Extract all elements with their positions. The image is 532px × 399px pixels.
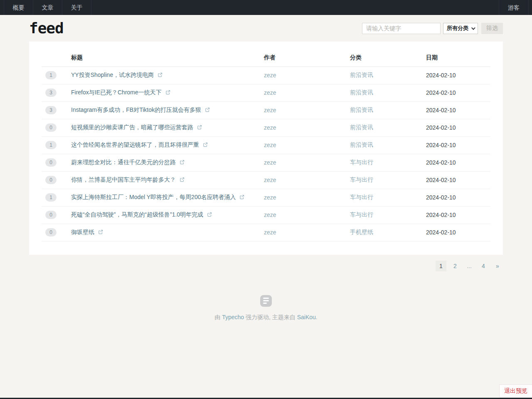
header-date: 日期 [426, 49, 490, 66]
post-date: 2024-02-10 [426, 194, 456, 201]
author-link[interactable]: zeze [264, 212, 276, 218]
header-comments [42, 49, 71, 66]
author-link[interactable]: zeze [264, 159, 276, 166]
page-footer: 由 Typecho 强力驱动, 主题来自 SaiKou. [0, 295, 532, 321]
table-row: 0 短视频里的沙雕卖课广告，暗藏了哪些运营套路 zeze 前沿资讯 2024-0… [42, 119, 490, 136]
header-author: 作者 [264, 49, 350, 66]
category-link[interactable]: 手机壁纸 [350, 229, 373, 235]
header-category: 分类 [350, 49, 426, 66]
category-link[interactable]: 车与出行 [350, 211, 373, 218]
category-link[interactable]: 前沿资讯 [350, 71, 373, 78]
pagination-item: ... [464, 261, 475, 271]
post-date: 2024-02-10 [426, 124, 456, 131]
search-input[interactable] [362, 23, 441, 34]
posts-panel: 标题 作者 分类 日期 1 YY投资Shopline，试水跨境电商 zeze 前… [29, 42, 503, 255]
table-row: 0 死磕“全自动驾驶”，马斯克的“超级怪兽”1.0明年完成 zeze 车与出行 … [42, 206, 490, 224]
table-row: 0 蔚来理想全对比：通往千亿美元的分岔路 zeze 车与出行 2024-02-1… [42, 154, 490, 171]
category-link[interactable]: 前沿资讯 [350, 141, 373, 148]
pagination-item[interactable]: » [492, 261, 503, 271]
author-link[interactable]: zeze [264, 107, 276, 113]
post-title-link[interactable]: 这个曾经闻名世界的望远镜坏了，而且坏得很严重 [71, 141, 199, 148]
author-link[interactable]: zeze [264, 72, 276, 79]
comment-count-badge: 0 [45, 211, 57, 219]
footer-credit: 由 Typecho 强力驱动, 主题来自 SaiKou. [0, 314, 532, 321]
post-title-link[interactable]: 御坂壁纸 [71, 229, 94, 235]
post-date: 2024-02-10 [426, 212, 456, 218]
category-link[interactable]: 车与出行 [350, 194, 373, 200]
comment-count-badge: 0 [45, 176, 57, 184]
filter-button[interactable]: 筛选 [481, 23, 503, 34]
author-link[interactable]: zeze [264, 124, 276, 131]
footer-text-prefix: 由 [214, 314, 222, 320]
comment-count-badge: 0 [45, 228, 57, 236]
post-title-link[interactable]: 你猜，兰博基尼中国车主平均年龄多大？ [71, 176, 176, 183]
post-title-link[interactable]: YY投资Shopline，试水跨境电商 [71, 71, 154, 78]
author-link[interactable]: zeze [264, 142, 276, 148]
category-select[interactable]: 所有分类 [443, 23, 478, 34]
author-link[interactable]: zeze [264, 177, 276, 183]
external-link-icon [98, 229, 103, 234]
nav-item[interactable]: 关于 [62, 0, 91, 15]
category-link[interactable]: 车与出行 [350, 159, 373, 165]
comment-count-badge: 3 [45, 106, 57, 114]
pagination-item[interactable]: 2 [450, 261, 461, 271]
post-date: 2024-02-10 [426, 159, 456, 166]
post-title-link[interactable]: 蔚来理想全对比：通往千亿美元的分岔路 [71, 159, 176, 165]
header-title: 标题 [71, 49, 264, 66]
exit-preview-button[interactable]: 退出预览 [499, 384, 532, 398]
typecho-link[interactable]: Typecho [222, 314, 244, 320]
author-link[interactable]: zeze [264, 89, 276, 96]
comment-count-badge: 0 [45, 123, 57, 132]
category-link[interactable]: 前沿资讯 [350, 124, 373, 131]
external-link-icon [165, 90, 170, 95]
posts-table: 标题 作者 分类 日期 1 YY投资Shopline，试水跨境电商 zeze 前… [42, 49, 490, 241]
table-row: 1 这个曾经闻名世界的望远镜坏了，而且坏得很严重 zeze 前沿资讯 2024-… [42, 136, 490, 154]
comment-count-badge: 1 [45, 71, 57, 79]
table-row: 0 御坂壁纸 zeze 手机壁纸 2024-02-10 [42, 224, 490, 241]
external-link-icon [158, 72, 163, 77]
category-link[interactable]: 前沿资讯 [350, 89, 373, 96]
post-title-link[interactable]: 死磕“全自动驾驶”，马斯克的“超级怪兽”1.0明年完成 [71, 211, 203, 218]
post-title-link[interactable]: 短视频里的沙雕卖课广告，暗藏了哪些运营套路 [71, 124, 193, 131]
table-row: 3 Instagram有多成功，FB对Tiktok的打压就会有多狠 zeze 前… [42, 101, 490, 119]
saikou-link[interactable]: SaiKou [297, 314, 316, 320]
nav-item[interactable]: 概要 [4, 0, 33, 15]
author-link[interactable]: zeze [264, 229, 276, 236]
filter-controls: 所有分类 筛选 [362, 23, 503, 34]
post-date: 2024-02-10 [426, 177, 456, 183]
footer-text-mid: 强力驱动, 主题来自 [244, 314, 297, 320]
category-link[interactable]: 车与出行 [350, 176, 373, 183]
post-date: 2024-02-10 [426, 229, 456, 236]
typecho-logo-icon [260, 295, 272, 307]
category-link[interactable]: 前沿资讯 [350, 106, 373, 113]
site-logo[interactable]: feed [29, 21, 64, 36]
external-link-icon [180, 160, 185, 165]
site-header: feed 所有分类 筛选 [29, 15, 503, 42]
nav-user-area: 游客 [499, 0, 529, 15]
chevron-down-icon [471, 26, 475, 30]
external-link-icon [207, 212, 212, 217]
post-date: 2024-02-10 [426, 72, 456, 79]
post-title-link[interactable]: Firefox与IE已死？Chrome一统天下 [71, 89, 162, 96]
pagination: 1 2 ... 4 » [29, 261, 503, 271]
pagination-item[interactable]: 4 [478, 261, 489, 271]
table-row: 1 实探上海特斯拉工厂：Model Y即将投产，每周200名应聘者涌入 zeze… [42, 189, 490, 206]
nav-item[interactable]: 文章 [33, 0, 62, 15]
comment-count-badge: 0 [45, 158, 57, 167]
post-title-link[interactable]: Instagram有多成功，FB对Tiktok的打压就会有多狠 [71, 106, 201, 113]
pagination-item: 1 [436, 261, 446, 271]
external-link-icon [205, 107, 210, 112]
post-date: 2024-02-10 [426, 89, 456, 96]
comment-count-badge: 1 [45, 193, 57, 202]
table-row: 3 Firefox与IE已死？Chrome一统天下 zeze 前沿资讯 2024… [42, 84, 490, 101]
post-title-link[interactable]: 实探上海特斯拉工厂：Model Y即将投产，每周200名应聘者涌入 [71, 194, 236, 200]
table-header-row: 标题 作者 分类 日期 [42, 49, 490, 66]
post-date: 2024-02-10 [426, 142, 456, 148]
external-link-icon [203, 142, 208, 147]
author-link[interactable]: zeze [264, 194, 276, 201]
footer-text-suffix: . [316, 314, 318, 320]
nav-item-guest[interactable]: 游客 [499, 0, 529, 15]
comment-count-badge: 3 [45, 89, 57, 97]
external-link-icon [180, 177, 185, 182]
external-link-icon [239, 195, 244, 200]
